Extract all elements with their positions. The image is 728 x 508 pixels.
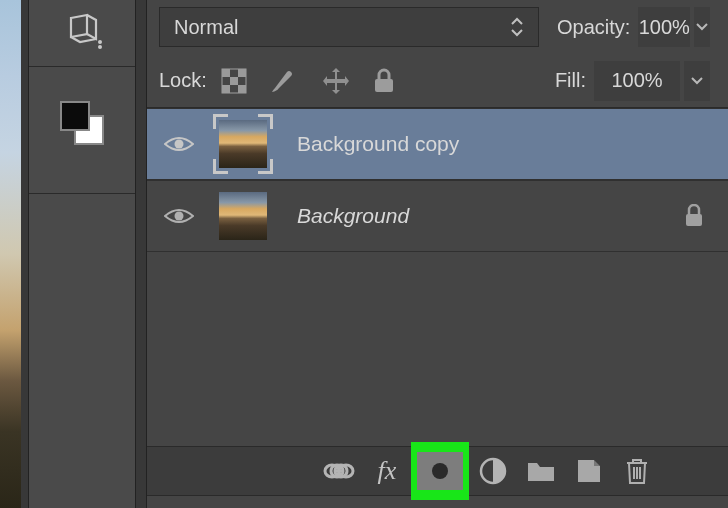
- layer-thumbnail[interactable]: [211, 184, 275, 248]
- layer-name[interactable]: Background: [297, 204, 684, 228]
- select-chevrons-icon: [510, 17, 524, 37]
- layer-name[interactable]: Background copy: [297, 132, 728, 156]
- opacity-label: Opacity:: [557, 16, 630, 39]
- svg-rect-8: [222, 85, 230, 93]
- visibility-toggle[interactable]: [147, 108, 211, 180]
- tool-column: [28, 0, 136, 508]
- blend-mode-label: Normal: [174, 16, 238, 39]
- lock-position-icon[interactable]: [321, 66, 351, 96]
- layer-thumbnail[interactable]: [211, 112, 275, 176]
- svg-point-1: [98, 45, 102, 49]
- adjustment-layer-button[interactable]: [469, 447, 517, 495]
- new-layer-button[interactable]: [565, 447, 613, 495]
- svg-rect-9: [238, 85, 246, 93]
- lock-all-icon[interactable]: [373, 66, 395, 96]
- svg-rect-10: [375, 79, 393, 92]
- layer-row[interactable]: Background copy: [147, 108, 728, 180]
- svg-point-11: [175, 140, 184, 149]
- layers-bottombar: fx: [147, 446, 728, 496]
- opacity-dropdown[interactable]: [694, 7, 710, 47]
- blend-mode-select[interactable]: Normal: [159, 7, 539, 47]
- fill-label: Fill:: [555, 69, 586, 92]
- layer-list: Background copy Background: [147, 108, 728, 252]
- svg-rect-7: [230, 77, 238, 85]
- lock-transparency-icon[interactable]: [221, 66, 247, 96]
- new-group-button[interactable]: [517, 447, 565, 495]
- svg-point-0: [98, 40, 102, 44]
- svg-point-18: [432, 463, 448, 479]
- link-layers-button[interactable]: [315, 447, 363, 495]
- fx-button[interactable]: fx: [363, 447, 411, 495]
- svg-rect-13: [686, 214, 702, 226]
- tool-foreground-background[interactable]: [29, 67, 135, 194]
- lock-label: Lock:: [159, 69, 207, 92]
- fill-value[interactable]: 100%: [594, 61, 680, 101]
- svg-rect-6: [238, 69, 246, 77]
- opacity-value[interactable]: 100%: [638, 7, 690, 47]
- layers-panel: Normal Opacity: 100% Lock:: [146, 0, 728, 508]
- layer-row[interactable]: Background: [147, 180, 728, 252]
- lock-icon: [684, 204, 704, 228]
- delete-layer-button[interactable]: [613, 447, 661, 495]
- visibility-toggle[interactable]: [147, 180, 211, 252]
- lock-pixels-icon[interactable]: [269, 66, 299, 96]
- add-mask-button[interactable]: [411, 442, 469, 500]
- svg-rect-5: [222, 69, 230, 77]
- svg-rect-3: [61, 102, 89, 130]
- svg-point-12: [175, 212, 184, 221]
- fill-dropdown[interactable]: [684, 61, 710, 101]
- tool-3d[interactable]: [29, 0, 135, 67]
- canvas-preview-strip: [0, 0, 21, 508]
